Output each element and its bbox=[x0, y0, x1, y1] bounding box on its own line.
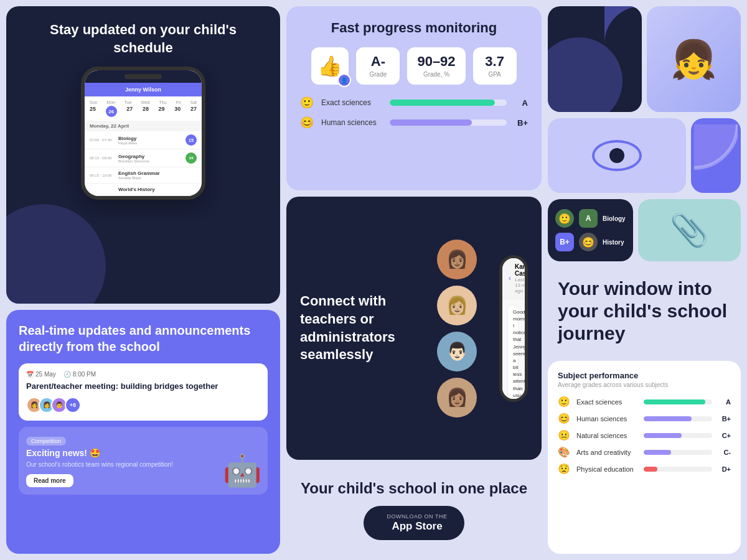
avatar-count: +8 bbox=[65, 397, 81, 413]
human-icon: 😊 bbox=[558, 413, 571, 424]
tagline-card: Your window into your child's school jou… bbox=[548, 268, 741, 355]
history-label: History bbox=[603, 239, 624, 246]
exact-icon: 🙂 bbox=[558, 396, 571, 408]
chat-message-received-1: Good morning! I noticed that Jenny seeme… bbox=[507, 304, 519, 399]
phys-grade: D+ bbox=[717, 465, 731, 473]
dark-arc-decoration bbox=[548, 37, 622, 112]
phone-calendar: Sun Mon Tue Wed Thu Fri Sat 25 26 27 28 … bbox=[85, 96, 202, 121]
exact-bar bbox=[644, 399, 712, 404]
robot-icon: 🤖 bbox=[223, 452, 261, 488]
human-bar bbox=[644, 416, 712, 421]
human-sciences-icon: 😊 bbox=[300, 116, 315, 129]
history-icon: 😊 bbox=[579, 233, 598, 251]
competition-card: Competition Exciting news! 🤩 Our school'… bbox=[19, 427, 268, 495]
exact-grade: A bbox=[717, 398, 731, 406]
appstore-button[interactable]: DOWNLOAD ON THE App Store bbox=[364, 506, 465, 540]
arts-perf-row: 🎨 Arts and creativity C- bbox=[558, 446, 731, 458]
exact-sciences-icon: 🙂 bbox=[300, 96, 315, 110]
human-label: Human sciences bbox=[576, 415, 639, 422]
connect-title: Connect with teachers or administrators … bbox=[300, 292, 425, 363]
human-fill bbox=[644, 416, 692, 421]
phone-mockup: Jenny Wilson Sun Mon Tue Wed Thu Fri Sat… bbox=[81, 67, 205, 200]
biology-label: Biology bbox=[603, 215, 626, 222]
bg-decoration bbox=[6, 204, 106, 304]
teacher-avatar-2: 👩🏼 bbox=[437, 286, 477, 325]
performance-title: Subject performance bbox=[558, 371, 731, 380]
class-item: World's History bbox=[85, 184, 202, 196]
human-sciences-bar bbox=[390, 119, 507, 126]
teacher-avatar-3: 👨🏻 bbox=[437, 332, 477, 371]
child-photo-card: 👧 bbox=[647, 6, 741, 112]
connect-card: Connect with teachers or administrators … bbox=[286, 197, 542, 459]
grades-stationery-row: 🙂 A Biology B+ 😊 History 📎 bbox=[548, 199, 741, 261]
progress-card: Fast progress monitoring 👍 👤 A- Grade 90… bbox=[286, 6, 542, 190]
chat-messages: Good morning! I noticed that Jenny seeme… bbox=[502, 299, 525, 399]
event-title: Parent/teacher meeting: building bridges… bbox=[26, 381, 260, 392]
biology-icon: 🙂 bbox=[555, 209, 574, 228]
updates-card: Real-time updates and announcements dire… bbox=[6, 310, 280, 554]
exact-sciences-grade: A bbox=[513, 98, 528, 108]
arts-grade: C- bbox=[717, 449, 731, 456]
history-grade-row: B+ 😊 History bbox=[555, 233, 626, 251]
active-date[interactable]: 26 bbox=[106, 106, 117, 117]
arts-bar bbox=[644, 450, 712, 455]
appstore-card: Your child's school in one place DOWNLOA… bbox=[286, 466, 542, 554]
read-more-button[interactable]: Read more bbox=[26, 474, 73, 487]
phys-label: Physical education bbox=[576, 465, 639, 473]
purple-arc-card bbox=[691, 118, 741, 193]
grades-icons-card: 🙂 A Biology B+ 😊 History bbox=[548, 199, 633, 261]
event-card: 📅 25 May 🕗 8:00 PM Parent/teacher meetin… bbox=[19, 363, 268, 421]
purple-arc-svg bbox=[694, 124, 738, 187]
teacher-avatar-4: 👩🏽 bbox=[437, 378, 477, 418]
natural-bar bbox=[644, 433, 712, 438]
human-sciences-grade: B+ bbox=[513, 118, 528, 128]
gpa-label: GPA bbox=[483, 71, 507, 78]
percent-stat: 90–92 Grade, % bbox=[407, 47, 465, 85]
eye-row bbox=[548, 118, 741, 193]
human-grade: B+ bbox=[717, 415, 731, 422]
calendar-days: Sun Mon Tue Wed Thu Fri Sat bbox=[90, 100, 197, 105]
biology-grade-row: 🙂 A Biology bbox=[555, 209, 626, 228]
competition-tag: Competition bbox=[26, 437, 66, 446]
grade-label: Grade bbox=[366, 71, 390, 78]
natural-label: Natural sciences bbox=[576, 432, 639, 439]
human-sciences-label: Human sciences bbox=[321, 118, 383, 127]
phys-icon: 😟 bbox=[558, 463, 571, 475]
eye-pupil bbox=[609, 148, 624, 163]
phone-notch bbox=[85, 70, 202, 83]
calendar-dates: 25 26 27 28 29 30 27 bbox=[90, 106, 197, 117]
gpa-value: 3.7 bbox=[483, 54, 507, 70]
tagline-text: Your window into your child's school jou… bbox=[558, 278, 731, 345]
class-item: 07:00 - 07:45 Biology Floyd Miles 15 bbox=[85, 131, 202, 149]
appstore-button-text: DOWNLOAD ON THE App Store bbox=[387, 513, 448, 533]
natural-perf-row: 😐 Natural sciences C+ bbox=[558, 429, 731, 441]
human-perf-row: 😊 Human sciences B+ bbox=[558, 413, 731, 424]
phys-perf-row: 😟 Physical education D+ bbox=[558, 463, 731, 475]
performance-subtitle: Average grades across various subjects bbox=[558, 381, 731, 388]
appstore-title: Your child's school in one place bbox=[301, 480, 527, 497]
chat-header: ‹ Karen Castillo Last seen 13 min ago bbox=[502, 258, 525, 299]
human-sciences-row: 😊 Human sciences B+ bbox=[300, 116, 528, 129]
performance-card: Subject performance Average grades acros… bbox=[548, 361, 741, 554]
arts-label: Arts and creativity bbox=[576, 449, 639, 456]
class-item: 08:15 - 08:00 Geography Brooklyn Simmons… bbox=[85, 149, 202, 167]
natural-icon: 😐 bbox=[558, 429, 571, 441]
event-avatars: 👩 👩 👨 +8 bbox=[26, 397, 260, 413]
phys-fill bbox=[644, 467, 657, 472]
gpa-stat: 3.7 GPA bbox=[473, 47, 517, 85]
contact-name: Karen Castillo bbox=[515, 263, 528, 277]
arc-svg bbox=[604, 6, 642, 44]
arts-icon: 🎨 bbox=[558, 446, 571, 458]
exact-sciences-fill bbox=[390, 100, 495, 106]
student-emoji-stat: 👍 👤 bbox=[311, 47, 349, 85]
phone-date-label: Monday, 22 April bbox=[85, 121, 202, 131]
event-meta: 📅 25 May 🕗 8:00 PM bbox=[26, 371, 260, 378]
eye-card bbox=[548, 118, 686, 193]
mid-column: Fast progress monitoring 👍 👤 A- Grade 90… bbox=[286, 6, 542, 554]
exact-label: Exact sciences bbox=[576, 398, 639, 406]
schedule-card: Stay updated on your child's schedule Je… bbox=[6, 6, 280, 304]
right-column: 👧 🙂 A Biology B+ 😊 bbox=[548, 6, 741, 554]
back-icon[interactable]: ‹ bbox=[509, 274, 511, 282]
class-badge: 15 bbox=[186, 134, 197, 146]
updates-title: Real-time updates and announcements dire… bbox=[19, 322, 268, 355]
